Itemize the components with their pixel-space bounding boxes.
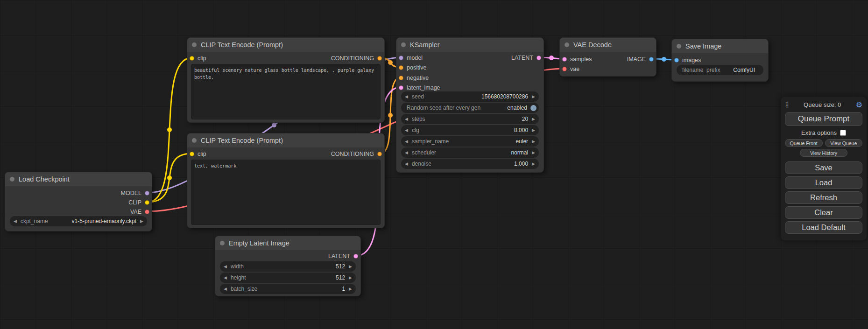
image-port-dot[interactable]: [649, 57, 654, 62]
input-port-clip[interactable]: clip: [187, 149, 206, 159]
load-default-button[interactable]: Load Default: [785, 221, 862, 234]
arrow-left-icon[interactable]: ◀: [405, 128, 408, 133]
node-clip-text-encode-negative[interactable]: CLIP Text Encode (Prompt) clip CONDITION…: [187, 133, 385, 228]
output-port-latent[interactable]: LATENT: [328, 252, 360, 261]
arrow-left-icon[interactable]: ◀: [405, 151, 408, 155]
input-port-vae[interactable]: vae: [560, 64, 579, 74]
input-port-samples[interactable]: samples: [560, 55, 592, 64]
queue-front-button[interactable]: Queue Front: [785, 139, 823, 147]
drag-handle-icon[interactable]: ⣿: [785, 101, 789, 108]
arrow-left-icon[interactable]: ◀: [14, 219, 17, 224]
latent-port-dot[interactable]: [399, 85, 403, 90]
queue-menu-panel: ⣿ Queue size: 0 ⚙ Queue Prompt Extra opt…: [781, 97, 867, 240]
seed-widget[interactable]: ◀ seed 156680208700286 ▶: [401, 91, 539, 102]
queue-prompt-button[interactable]: Queue Prompt: [785, 112, 862, 126]
positive-prompt-textarea[interactable]: beautiful scenery nature glass bottle la…: [191, 64, 381, 119]
latent-port-dot[interactable]: [353, 254, 358, 259]
arrow-right-icon[interactable]: ▶: [532, 117, 535, 121]
arrow-left-icon[interactable]: ◀: [405, 162, 408, 166]
output-port-clip[interactable]: CLIP: [128, 198, 152, 207]
vae-port-dot[interactable]: [145, 210, 149, 214]
node-title-bar[interactable]: CLIP Text Encode (Prompt): [187, 38, 384, 52]
cfg-widget[interactable]: ◀ cfg 8.000 ▶: [401, 125, 539, 135]
output-port-latent[interactable]: LATENT: [511, 53, 543, 63]
conditioning-port-dot[interactable]: [377, 56, 382, 61]
output-port-model[interactable]: MODEL: [121, 189, 152, 198]
clip-port-dot[interactable]: [190, 56, 194, 61]
filename-prefix-widget[interactable]: filename_prefix ComfyUI: [677, 65, 763, 75]
negative-prompt-textarea[interactable]: text, watermark: [191, 160, 381, 225]
vae-port-dot[interactable]: [562, 67, 567, 71]
arrow-right-icon[interactable]: ▶: [349, 265, 352, 269]
conditioning-port-dot[interactable]: [377, 152, 382, 156]
input-port-model[interactable]: model: [396, 53, 423, 63]
arrow-right-icon[interactable]: ▶: [532, 140, 535, 144]
input-port-clip[interactable]: clip: [187, 54, 206, 63]
node-title-bar[interactable]: CLIP Text Encode (Prompt): [187, 133, 384, 147]
node-title-bar[interactable]: Load Checkpoint: [5, 172, 152, 186]
view-queue-button[interactable]: View Queue: [825, 139, 863, 147]
arrow-left-icon[interactable]: ◀: [224, 276, 227, 280]
extra-options-checkbox[interactable]: [840, 130, 846, 136]
sampler-name-widget[interactable]: ◀ sampler_name euler ▶: [401, 136, 539, 147]
arrow-right-icon[interactable]: ▶: [532, 95, 535, 99]
ckpt-name-widget[interactable]: ◀ ckpt_name v1-5-pruned-emaonly.ckpt ▶: [10, 216, 147, 226]
output-port-conditioning[interactable]: CONDITIONING: [331, 54, 384, 63]
arrow-right-icon[interactable]: ▶: [532, 162, 535, 166]
arrow-right-icon[interactable]: ▶: [532, 151, 535, 155]
model-port-dot[interactable]: [145, 191, 149, 196]
clip-port-dot[interactable]: [190, 152, 194, 156]
denoise-widget[interactable]: ◀ denoise 1.000 ▶: [401, 159, 539, 169]
node-title-bar[interactable]: KSampler: [396, 38, 543, 52]
output-port-vae[interactable]: VAE: [130, 207, 152, 217]
node-status-dot: [192, 42, 197, 47]
input-port-positive[interactable]: positive: [396, 63, 426, 72]
conditioning-port-dot[interactable]: [399, 65, 403, 70]
save-button[interactable]: Save: [785, 161, 862, 174]
height-widget[interactable]: ◀ height 512 ▶: [220, 273, 356, 283]
latent-port-dot[interactable]: [536, 56, 541, 60]
node-vae-decode[interactable]: VAE Decode samples vae IMAGE: [559, 37, 656, 77]
output-port-conditioning[interactable]: CONDITIONING: [331, 149, 384, 159]
node-clip-text-encode-positive[interactable]: CLIP Text Encode (Prompt) clip CONDITION…: [187, 37, 385, 123]
conditioning-port-dot[interactable]: [399, 76, 403, 80]
load-button[interactable]: Load: [785, 176, 862, 189]
latent-port-dot[interactable]: [562, 57, 567, 62]
input-port-latent-image[interactable]: latent_image: [396, 83, 440, 92]
scheduler-widget[interactable]: ◀ scheduler normal ▶: [401, 147, 539, 158]
steps-widget[interactable]: ◀ steps 20 ▶: [401, 114, 539, 124]
arrow-left-icon[interactable]: ◀: [405, 117, 408, 121]
width-widget[interactable]: ◀ width 512 ▶: [220, 261, 356, 272]
arrow-left-icon[interactable]: ◀: [224, 265, 227, 269]
node-ksampler[interactable]: KSampler model positive negative latent_…: [396, 37, 544, 173]
arrow-right-icon[interactable]: ▶: [349, 276, 352, 280]
random-seed-toggle-widget[interactable]: Random seed after every gen enabled: [401, 103, 539, 113]
image-port-dot[interactable]: [674, 58, 679, 63]
node-load-checkpoint[interactable]: Load Checkpoint MODEL CLIP VAE ◀ ckpt_na…: [5, 172, 152, 231]
arrow-right-icon[interactable]: ▶: [532, 128, 535, 133]
node-save-image[interactable]: Save Image images filename_prefix ComfyU…: [671, 39, 769, 82]
node-title-bar[interactable]: VAE Decode: [560, 38, 656, 52]
toggle-dot[interactable]: [530, 105, 536, 111]
input-port-images[interactable]: images: [672, 56, 701, 65]
clear-button[interactable]: Clear: [785, 206, 862, 219]
arrow-right-icon[interactable]: ▶: [349, 287, 352, 291]
queue-menu-header: ⣿ Queue size: 0 ⚙: [785, 99, 862, 110]
refresh-button[interactable]: Refresh: [785, 191, 862, 204]
node-empty-latent-image[interactable]: Empty Latent Image LATENT ◀ width 512 ▶ …: [215, 236, 361, 296]
arrow-left-icon[interactable]: ◀: [405, 140, 408, 144]
batch-size-widget[interactable]: ◀ batch_size 1 ▶: [220, 284, 356, 294]
widget-name: filename_prefix: [682, 67, 720, 73]
arrow-left-icon[interactable]: ◀: [224, 287, 227, 291]
clip-port-dot[interactable]: [145, 200, 149, 205]
arrow-left-icon[interactable]: ◀: [405, 95, 408, 99]
input-port-negative[interactable]: negative: [396, 73, 429, 83]
view-history-button[interactable]: View History: [800, 149, 848, 157]
widget-name: sampler_name: [412, 138, 449, 145]
node-title-bar[interactable]: Empty Latent Image: [215, 236, 360, 250]
output-port-image[interactable]: IMAGE: [627, 55, 656, 64]
arrow-right-icon[interactable]: ▶: [140, 219, 143, 224]
model-port-dot[interactable]: [399, 56, 403, 60]
settings-gear-icon[interactable]: ⚙: [856, 100, 862, 109]
node-title-bar[interactable]: Save Image: [672, 39, 768, 53]
